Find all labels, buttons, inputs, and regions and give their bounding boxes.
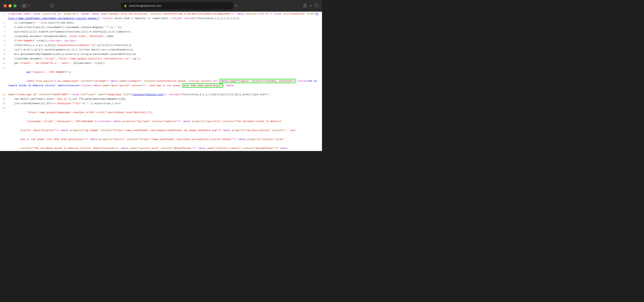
browser-actions: + (303, 3, 318, 8)
table-row: 6 {'GTM-5QNB8FZ':true});</script> <scrip… (0, 39, 322, 43)
table-row: 9 m=s.getElementsByTagName(o)[0];a.async… (0, 52, 322, 56)
address-bar-container: 🔒 searchenginejournal.com ↻ (58, 2, 300, 10)
table-row: 3 h.end=i=function(){s.className=s.class… (0, 25, 322, 30)
share-button[interactable] (303, 3, 307, 8)
browser-chrome: ▾ ‹ › 🔒 searchenginejournal.com ↻ + (0, 0, 322, 12)
svg-rect-4 (315, 4, 318, 7)
reload-button[interactable]: ↻ (235, 4, 238, 8)
table-row: 14 new Date().getTime(),event:'gtm.js'})… (0, 97, 322, 101)
table-row: 10 })(window,document,'script','https://… (0, 56, 322, 61)
nav-buttons: ‹ › (33, 3, 46, 9)
svg-rect-2 (22, 7, 26, 7)
lock-icon: 🔒 (124, 4, 127, 7)
table-row: 2 {s.className+=' '+y;h.start=1*new Date… (0, 21, 322, 25)
table-row: 15 j=d.createElement(s),dl=l!='dataLayer… (0, 101, 322, 106)
table-row: 4 a[n]=a[n]||[]}).hide=h;setTimeout(func… (0, 30, 322, 34)
sidebar-toggle[interactable] (21, 4, 27, 8)
sidebar-button[interactable] (315, 4, 318, 8)
forward-button[interactable]: › (39, 3, 46, 9)
fullscreen-button[interactable] (14, 4, 16, 8)
table-row: 8 (i[r].q=i[r].q||[]).push(arguments)},i… (0, 48, 322, 52)
traffic-lights (4, 4, 16, 8)
url-text: searchenginejournal.com (129, 4, 161, 8)
table-row: 1 <!doctype html> <html class="no-js" la… (0, 12, 322, 21)
code-container[interactable]: 1 <!doctype html> <html class="no-js" la… (0, 12, 322, 151)
table-row: 13 name="steam-app-id" content="A825P7KR… (0, 92, 322, 97)
minimize-button[interactable] (8, 4, 12, 8)
code-line-16: 16 'https://www.googletagmanager.com/gtm… (0, 106, 322, 151)
table-row: 5 })(window,document.documentElement,'as… (0, 34, 322, 39)
shield-icon[interactable] (48, 2, 56, 10)
table-row: 7 (function(i,s,o,g,r,a,m){i['GoogleAnal… (0, 43, 322, 48)
table-row: 11 ga('create', 'UA-51018776-1', 'auto',… (0, 61, 322, 65)
svg-rect-0 (22, 5, 26, 5)
close-button[interactable] (4, 4, 7, 8)
address-bar[interactable]: 🔒 searchenginejournal.com (121, 2, 233, 10)
back-button[interactable]: ‹ (33, 3, 39, 9)
svg-rect-1 (22, 6, 26, 6)
code-line-12: 12 ga('require', 'GTM-5QNB8FZ'); <meta h… (0, 65, 322, 92)
window-controls: ▾ (21, 4, 30, 8)
code-view: 1 <!doctype html> <html class="no-js" la… (0, 12, 322, 151)
new-tab-button[interactable]: + (310, 3, 312, 8)
